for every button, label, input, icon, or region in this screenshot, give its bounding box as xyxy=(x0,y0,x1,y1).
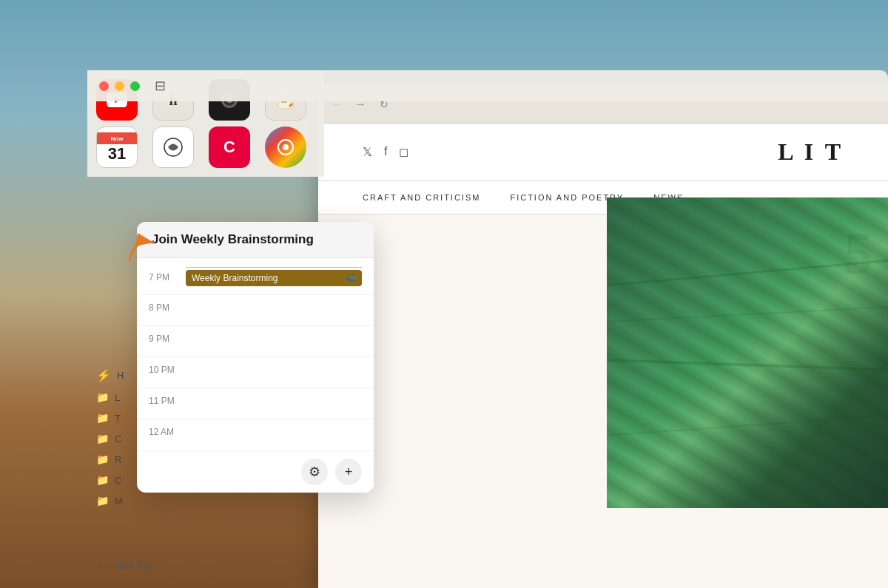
app-icon-copilot[interactable]: C xyxy=(209,126,250,168)
website-content: 𝕏 f ◻ L I T CRAFT AND CRITICISM FICTION … xyxy=(318,124,888,588)
sidebar-item-label: C xyxy=(115,475,121,486)
browser-window: ← → ↻ 𝕏 f ◻ L I T CRAFT AND CRITICISM FI… xyxy=(318,85,888,588)
minimize-button[interactable] xyxy=(115,81,124,91)
video-icon: 📹 xyxy=(346,273,356,283)
sidebar-item-T[interactable]: 📁 T xyxy=(96,412,138,424)
time-slot-10pm: 10 PM xyxy=(137,357,374,388)
time-label-11pm: 11 PM xyxy=(149,394,186,406)
sidebar-item-label: C xyxy=(115,433,121,445)
time-slot-12am: 12 AM xyxy=(137,419,374,450)
social-icons: 𝕏 f ◻ xyxy=(363,145,408,159)
sidebar-item-label: M xyxy=(115,496,123,507)
nav-item-craft[interactable]: CRAFT AND CRITICISM xyxy=(363,193,480,202)
app-icon-calendar[interactable]: Now 31 Now xyxy=(96,126,138,168)
sidebar-item-label: L xyxy=(115,392,120,403)
time-label-10pm: 10 PM xyxy=(149,363,186,375)
settings-button[interactable]: ⚙ xyxy=(301,459,328,485)
plus-icon: + xyxy=(345,464,353,480)
sidebar-item-lightning[interactable]: ⚡ H xyxy=(96,368,138,382)
calendar-month: Now xyxy=(97,132,137,144)
window-titlebar: ⊟ xyxy=(87,70,888,101)
time-label-8pm: 8 PM xyxy=(149,301,186,313)
time-label-7pm: 7 PM xyxy=(149,271,186,283)
maximize-button[interactable] xyxy=(130,81,140,91)
calendar-popup: Join Weekly Brainstorming 7 PM Weekly Br… xyxy=(137,222,374,493)
sidebar-item-R[interactable]: 📁 R xyxy=(96,453,138,465)
calendar-day: 31 xyxy=(108,146,126,162)
instagram-icon[interactable]: ◻ xyxy=(399,145,408,159)
app-icon-chatgpt[interactable] xyxy=(152,126,194,168)
time-slot-7pm: 7 PM Weekly Brainstorming 📹 xyxy=(137,258,374,295)
app-icon-pixel[interactable] xyxy=(265,126,306,168)
sidebar-item-label: T xyxy=(115,413,121,424)
svg-point-6 xyxy=(283,144,289,150)
sidebar-item-L[interactable]: 📁 L xyxy=(96,391,138,403)
new-tab-button[interactable]: + + New Tab xyxy=(96,559,152,572)
join-meeting-button[interactable]: Join Weekly Brainstorming xyxy=(137,222,374,258)
close-button[interactable] xyxy=(99,81,109,91)
event-name: Weekly Brainstorming xyxy=(192,273,278,283)
calendar-time-slots: 7 PM Weekly Brainstorming 📹 8 PM 9 PM 10… xyxy=(137,258,374,450)
time-slot-8pm: 8 PM xyxy=(137,295,374,326)
sidebar-item-label: H xyxy=(117,370,124,381)
sidebar-item-C2[interactable]: 📁 C xyxy=(96,474,138,486)
add-event-button[interactable]: + xyxy=(335,459,362,485)
sidebar-toggle-icon[interactable]: ⊟ xyxy=(155,78,166,94)
article-image: 5 xyxy=(607,197,888,508)
facebook-icon[interactable]: f xyxy=(384,145,387,159)
sidebar-item-C1[interactable]: 📁 C xyxy=(96,433,138,445)
twitter-icon[interactable]: 𝕏 xyxy=(363,145,372,159)
time-label-9pm: 9 PM xyxy=(149,332,186,344)
site-title: L I T xyxy=(778,138,844,166)
sidebar-item-M[interactable]: 📁 M xyxy=(96,495,138,507)
calendar-footer: ⚙ + xyxy=(137,450,374,493)
time-label-12am: 12 AM xyxy=(149,425,186,437)
new-tab-label: + New Tab xyxy=(107,560,152,571)
gear-icon: ⚙ xyxy=(309,464,320,480)
website-header: 𝕏 f ◻ L I T xyxy=(318,124,888,181)
sidebar-item-label: R xyxy=(115,454,121,465)
time-slot-9pm: 9 PM xyxy=(137,326,374,357)
time-slot-11pm: 11 PM xyxy=(137,388,374,419)
event-weekly-brainstorming[interactable]: Weekly Brainstorming 📹 xyxy=(186,270,362,286)
